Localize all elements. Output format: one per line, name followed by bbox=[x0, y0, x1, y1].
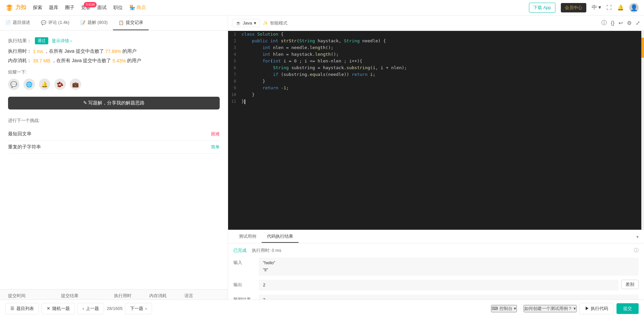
show-detail-link[interactable]: 显示详情 bbox=[52, 38, 72, 44]
problem-list-button[interactable]: ☰ 题目列表 bbox=[5, 303, 39, 314]
prev-button[interactable]: ‹ 上一题 bbox=[77, 303, 104, 314]
th-memory: 内存消耗 bbox=[149, 293, 184, 299]
console-button[interactable]: ⌨ 控制台 ▾ bbox=[491, 305, 517, 312]
input-label: 输入 bbox=[233, 258, 254, 266]
editor-main: 1 class Solution { 2 public int strStr(S… bbox=[228, 31, 644, 317]
download-app-button[interactable]: 下载 App bbox=[529, 3, 555, 13]
format-icon-btn[interactable]: {} bbox=[611, 20, 614, 26]
tab-description[interactable]: 📄 题目描述 bbox=[0, 15, 36, 30]
nav-job[interactable]: 职位 bbox=[113, 5, 123, 11]
run-code-button[interactable]: ▶ 执行代码 bbox=[579, 303, 614, 314]
th-time: 提交时间 bbox=[8, 293, 61, 299]
comment-icon: 💬 bbox=[41, 20, 46, 25]
editor-scrollbar[interactable] bbox=[641, 31, 644, 230]
list-icon: ☰ bbox=[10, 306, 14, 311]
random-button[interactable]: ✕ 随机一题 bbox=[42, 303, 75, 314]
left-panel: 📄 题目描述 💬 评论 (1.4k) 📝 题解 (803) 📋 提交记录 执行结… bbox=[0, 15, 228, 317]
vip-center-button[interactable]: 会员中心 bbox=[561, 3, 586, 12]
nav-right: 下载 App 会员中心 中 ▾ ⛶ 🔔 👤 bbox=[529, 3, 639, 13]
panel-tabs: 📄 题目描述 💬 评论 (1.4k) 📝 题解 (803) 📋 提交记录 bbox=[0, 15, 228, 31]
nav-problems[interactable]: 题库 bbox=[49, 5, 58, 11]
code-editor[interactable]: 1 class Solution { 2 public int strStr(S… bbox=[228, 31, 641, 230]
chevron-down-icon: ▾ bbox=[254, 20, 256, 26]
input-content: "hello" "ll" bbox=[259, 258, 639, 276]
lang-switch[interactable]: 中 ▾ bbox=[592, 4, 601, 11]
challenge-name-0[interactable]: 最短回文串 bbox=[8, 131, 32, 137]
output-row: 输出 2 差别 bbox=[233, 280, 639, 291]
logo-text: 力扣 bbox=[15, 4, 26, 11]
solution-icon: 📝 bbox=[80, 20, 86, 25]
challenge-difficulty-0: 困难 bbox=[211, 131, 220, 137]
smart-mode-toggle[interactable]: ✨ 智能模式 bbox=[263, 20, 287, 26]
test-example-chevron: ▾ bbox=[574, 306, 576, 311]
nav-competition[interactable]: 竞赛 力扣杯 bbox=[81, 5, 91, 11]
info-icon-btn[interactable]: ⓘ bbox=[601, 19, 607, 27]
code-line-7: 7 if (substring.equals(needle)) return i… bbox=[228, 71, 641, 78]
pass-badge: 通过 bbox=[35, 37, 48, 44]
java-icon: ☕ bbox=[236, 21, 241, 26]
toolbar-right: ⌨ 控制台 ▾ · 如何创建一个测试用例？ ▾ ▶ 执行代码 提交 bbox=[491, 303, 639, 314]
language-selector[interactable]: ☕ Java ▾ bbox=[232, 19, 260, 27]
scrollbar-thumb bbox=[641, 38, 644, 58]
share-wechat[interactable]: 💬 bbox=[8, 79, 19, 90]
editor-header-right: ⓘ {} ↩ ⚙ ⤢ bbox=[601, 19, 640, 27]
main-layout: 📄 题目描述 💬 评论 (1.4k) 📝 题解 (803) 📋 提交记录 执行结… bbox=[0, 15, 644, 317]
code-line-4: 4 int hlen = haystack.length(); bbox=[228, 51, 641, 58]
nav-circle[interactable]: 圈子 bbox=[65, 5, 74, 11]
code-line-9: 9 return -1; bbox=[228, 85, 641, 91]
tab-solutions[interactable]: 📝 题解 (803) bbox=[75, 15, 113, 30]
th-exec: 执行用时 bbox=[114, 293, 149, 299]
top-nav: 力扣 探索 题库 圈子 竞赛 力扣杯 面试 职位 🏪 商店 下载 App 会员中… bbox=[0, 0, 644, 15]
challenge-item-0: 最短回文串 困难 bbox=[8, 128, 220, 141]
submit-button[interactable]: 提交 bbox=[616, 303, 639, 314]
code-line-5: 5 for(int i = 0 ; i <= hlen-nlen ; i++){ bbox=[228, 58, 641, 64]
code-line-11: 11 } bbox=[228, 98, 641, 105]
next-icon: › bbox=[145, 306, 147, 311]
divider: · bbox=[520, 306, 521, 311]
nav-interview[interactable]: 面试 bbox=[97, 5, 107, 11]
test-example-button[interactable]: 如何创建一个测试用例？ ▾ bbox=[524, 305, 577, 312]
output-value: 2 bbox=[259, 280, 619, 291]
toolbar-left: ☰ 题目列表 ✕ 随机一题 ‹ 上一题 28/1605 下一题 › bbox=[5, 303, 152, 314]
challenge-item-1: 重复的子字符串 简单 bbox=[8, 141, 220, 154]
right-panel: ☕ Java ▾ ✨ 智能模式 ⓘ {} ↩ ⚙ ⤢ bbox=[228, 15, 644, 317]
result-row: 执行结果： 通过 显示详情 bbox=[8, 37, 220, 44]
undo-icon-btn[interactable]: ↩ bbox=[619, 20, 623, 26]
expand-icon-btn[interactable]: ⤢ bbox=[636, 20, 640, 26]
tab-submissions[interactable]: 📋 提交记录 bbox=[113, 15, 149, 30]
bottom-tabs: 测试用例 代码执行结果 ▾ bbox=[228, 230, 644, 243]
result-info-icon[interactable]: ⓘ bbox=[634, 247, 639, 254]
random-icon: ✕ bbox=[47, 306, 50, 311]
th-lang: 语言 bbox=[184, 293, 220, 299]
share-icons: 💬 🌐 🔔 🫘 💼 bbox=[8, 79, 220, 90]
write-solution-button[interactable]: ✎ 写题解，分享我的解题思路 bbox=[8, 97, 220, 109]
editor-header: ☕ Java ▾ ✨ 智能模式 ⓘ {} ↩ ⚙ ⤢ bbox=[228, 15, 644, 31]
code-line-1: 1 class Solution { bbox=[228, 31, 641, 38]
output-with-diff: 2 差别 bbox=[259, 280, 639, 291]
tab-test-case[interactable]: 测试用例 bbox=[233, 231, 262, 243]
bottom-tabs-left: 测试用例 代码执行结果 bbox=[233, 231, 299, 243]
nav-shop[interactable]: 🏪 商店 bbox=[129, 5, 146, 11]
next-button[interactable]: 下一题 › bbox=[125, 303, 152, 314]
code-line-6: 6 String substring = haystack.substring(… bbox=[228, 64, 641, 71]
code-line-3: 3 int nlen = needle.length(); bbox=[228, 44, 641, 51]
settings-icon-btn[interactable]: ⚙ bbox=[627, 20, 632, 26]
code-line-10: 10 } bbox=[228, 91, 641, 98]
avatar[interactable]: 👤 bbox=[629, 3, 639, 12]
share-bell[interactable]: 🔔 bbox=[39, 79, 50, 90]
share-weibo[interactable]: 🌐 bbox=[23, 79, 35, 90]
challenge-name-1[interactable]: 重复的子字符串 bbox=[8, 144, 41, 150]
input-value: "hello" "ll" bbox=[259, 258, 639, 276]
share-douban[interactable]: 🫘 bbox=[54, 79, 66, 90]
fullscreen-icon[interactable]: ⛶ bbox=[606, 5, 612, 11]
nav-logo[interactable]: 力扣 bbox=[5, 4, 26, 12]
tab-comments[interactable]: 💬 评论 (1.4k) bbox=[36, 15, 75, 30]
panel-expand-icon[interactable]: ▾ bbox=[636, 234, 639, 239]
record-icon: 📋 bbox=[118, 20, 124, 25]
nav-explore[interactable]: 探索 bbox=[33, 5, 42, 11]
diff-button[interactable]: 差别 bbox=[621, 280, 639, 289]
logo-icon bbox=[5, 4, 13, 12]
share-linkedin[interactable]: 💼 bbox=[70, 79, 81, 90]
tab-exec-result[interactable]: 代码执行结果 bbox=[262, 231, 299, 243]
notification-icon[interactable]: 🔔 bbox=[617, 4, 624, 11]
